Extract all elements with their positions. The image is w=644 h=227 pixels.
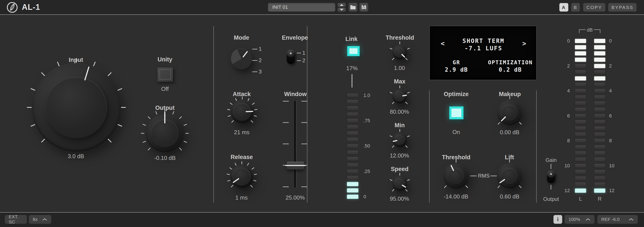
preset-down-button[interactable] (338, 8, 346, 11)
db-bracket-left (579, 29, 586, 30)
ext-sc-button[interactable]: EXT. SC (5, 215, 27, 224)
link-value: 17% (346, 65, 358, 72)
speed-label: Speed (391, 165, 408, 173)
stepper-down-icon (340, 9, 344, 11)
display-optimization-label: OPTIMIZATION (488, 59, 533, 66)
ab-a-button[interactable]: A (559, 3, 568, 11)
mode-pos2-label: 2 (259, 57, 262, 63)
rms-threshold-knob[interactable] (444, 164, 468, 189)
gain-switch-bottom-label: Output (543, 196, 559, 203)
rms-dash-left (470, 176, 477, 176)
release-knob[interactable] (230, 165, 253, 188)
folder-icon (350, 5, 356, 9)
meter-r-label: R (598, 196, 602, 202)
gain-switch-bottom-tick (551, 185, 551, 190)
makeup-knob[interactable] (497, 100, 522, 125)
link-label: Link (345, 35, 358, 43)
optimize-state: On (452, 129, 460, 136)
meter-l-label: L (579, 196, 582, 202)
speed-value: 95.00% (390, 195, 409, 202)
display-gr-value: 2.9 dB (445, 66, 468, 73)
limiter-threshold-value: 1.00 (394, 64, 405, 71)
gain-switch-top-label: Gain (546, 157, 557, 164)
copy-button[interactable]: COPY (583, 3, 606, 11)
window-label: Window (284, 90, 306, 98)
ab-b-button[interactable]: B (571, 3, 580, 11)
input-knob[interactable] (32, 63, 121, 152)
lift-knob[interactable] (497, 164, 522, 189)
optimize-box-left (429, 90, 430, 203)
leaf-logo-icon (6, 1, 18, 13)
optimize-button[interactable] (449, 106, 464, 119)
rms-dash-right (490, 176, 497, 176)
max-value: 80.00% (390, 108, 409, 115)
release-value: 1 ms (236, 194, 248, 201)
plugin-window: AL-1 INIT 01 A B COPY BYPASS Input 3.0 (0, 0, 644, 227)
min-knob[interactable] (392, 133, 407, 147)
stepper-up-icon (340, 4, 344, 6)
envelope-pos2-label: 2 (302, 57, 305, 64)
db-bracket-left-end (579, 29, 580, 33)
mode-pos3-label: 3 (259, 69, 262, 75)
release-label: Release (230, 153, 253, 161)
info-button[interactable]: i (554, 215, 562, 224)
meter-scale-right: 024681012 (609, 39, 620, 196)
db-label: dB (587, 27, 593, 33)
mode-knob[interactable] (231, 48, 252, 69)
preset-up-button[interactable] (338, 3, 346, 7)
optimize-button-face (451, 108, 462, 117)
preset-browse-button[interactable] (348, 3, 357, 11)
bypass-button[interactable]: BYPASS (608, 3, 636, 11)
lcd-display: < > SHORT TERM -7.1 LUFS GR 2.9 dB OPTIM… (429, 26, 537, 80)
display-mode-value: -7.1 LUFS (464, 45, 502, 52)
output-knob[interactable] (146, 115, 184, 152)
max-knob[interactable] (392, 89, 407, 103)
oversampling-value: 8x (33, 217, 38, 222)
limiter-threshold-knob[interactable] (392, 45, 407, 59)
mode-pos1-label: 1 (259, 46, 262, 52)
oversampling-dropdown[interactable]: 8x (29, 215, 51, 224)
makeup-value: 0.00 dB (500, 129, 520, 136)
gain-output-switch-cap (547, 171, 555, 178)
gain-output-switch-dot (550, 173, 552, 175)
unity-state: Off (161, 85, 169, 92)
link-button-face (349, 48, 358, 54)
mode-pos1-dash (252, 49, 258, 49)
envelope-toggle-cap (287, 50, 295, 57)
display-prev-arrow[interactable]: < (441, 40, 444, 47)
meter-l-column (575, 39, 586, 194)
db-bracket-right (594, 29, 600, 30)
ref-dropdown[interactable]: REF -6.0 (597, 215, 638, 224)
header-bar: AL-1 INIT 01 A B COPY BYPASS (0, 0, 644, 15)
ref-value: REF -6.0 (601, 217, 620, 222)
link-button[interactable] (347, 46, 360, 56)
envelope-label: Envelope (282, 34, 308, 41)
max-label: Max (394, 78, 406, 85)
window-slider-handle[interactable] (287, 162, 304, 170)
envelope-toggle-dot (290, 53, 292, 54)
save-icon (361, 4, 366, 10)
min-label: Min (395, 122, 405, 129)
window-size-dropdown[interactable]: 100% (564, 215, 594, 224)
rms-label: RMS (478, 173, 490, 179)
preset-stepper[interactable] (338, 3, 346, 11)
chevron-up-icon (42, 218, 47, 221)
preset-save-button[interactable] (360, 3, 368, 11)
min-value: 12.00% (390, 152, 409, 159)
preset-field[interactable]: INIT 01 (268, 3, 335, 11)
separator-left (213, 26, 214, 203)
window-size-value: 100% (568, 217, 580, 222)
footer-bar (0, 212, 644, 227)
optimize-label: Optimize (444, 90, 468, 98)
unity-button[interactable] (157, 67, 173, 82)
attack-knob[interactable] (231, 100, 254, 123)
chevron-up-icon (585, 218, 590, 221)
speed-knob[interactable] (392, 177, 407, 191)
link-meter (347, 93, 358, 199)
attack-value: 21 ms (234, 129, 250, 136)
mode-pos2-dash (252, 60, 258, 61)
gain-output-switch[interactable] (547, 171, 555, 183)
limiter-threshold-label: Threshold (386, 34, 414, 41)
envelope-toggle[interactable] (287, 50, 295, 64)
display-next-arrow[interactable]: > (522, 40, 526, 47)
